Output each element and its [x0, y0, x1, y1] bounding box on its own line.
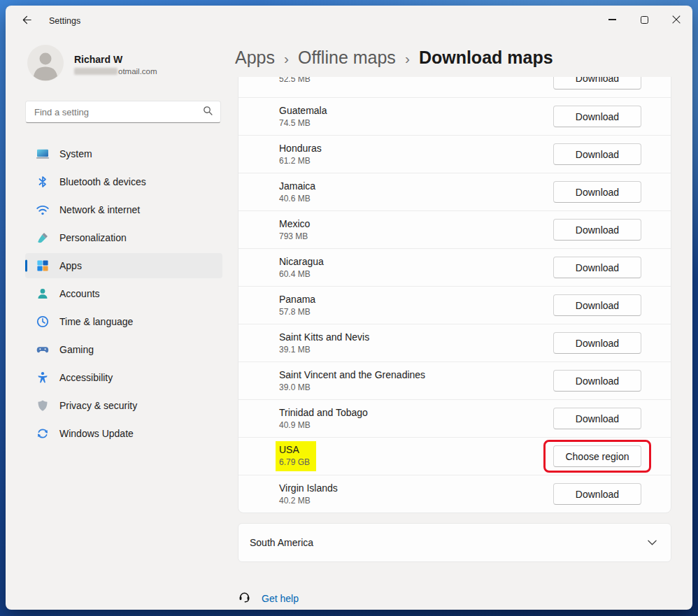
download-button[interactable]: Download: [553, 483, 641, 505]
sidebar-item-windows-update[interactable]: Windows Update: [25, 421, 222, 446]
sidebar-item-personalization[interactable]: Personalization: [25, 225, 222, 250]
minimize-button[interactable]: [596, 6, 628, 34]
sidebar-item-system[interactable]: System: [25, 141, 222, 166]
back-arrow-icon: [22, 15, 32, 28]
map-row: Mexico 793 MB Download: [238, 210, 671, 248]
button-wrap: Download: [553, 143, 641, 165]
country-name: Saint Kitts and Nevis: [279, 331, 369, 343]
country-name: Panama: [279, 293, 315, 306]
sidebar-item-label: Apps: [59, 260, 82, 271]
windows-update-icon: [36, 427, 50, 440]
main-content: Apps›Offline maps›Download maps 52.5 MB …: [235, 36, 692, 610]
apps-icon: [36, 259, 50, 273]
button-wrap: Download: [553, 370, 641, 392]
country-name: Honduras: [279, 142, 322, 155]
sidebar-item-privacy-security[interactable]: Privacy & security: [25, 393, 222, 418]
map-size: 40.6 MB: [279, 194, 315, 204]
sidebar-item-gaming[interactable]: Gaming: [25, 337, 222, 362]
minimize-icon: [608, 19, 616, 20]
download-button[interactable]: Download: [553, 332, 641, 354]
window-title: Settings: [49, 16, 80, 26]
download-button[interactable]: Download: [553, 408, 641, 429]
sidebar-item-label: Time & language: [59, 316, 133, 327]
sidebar-item-accessibility[interactable]: Accessibility: [25, 365, 222, 390]
sidebar-item-accounts[interactable]: Accounts: [25, 281, 222, 306]
map-size: 57.8 MB: [279, 307, 315, 317]
sidebar-item-label: Privacy & security: [59, 400, 137, 411]
download-button[interactable]: Download: [553, 370, 641, 392]
get-help-section: Get help: [238, 590, 671, 606]
button-wrap: Download: [553, 408, 641, 429]
map-row: Saint Vincent and the Grenadines 39.0 MB…: [238, 361, 671, 399]
button-wrap: Download: [553, 77, 641, 89]
map-size: 61.2 MB: [279, 156, 322, 166]
map-download-list: 52.5 MB Download Guatemala 74.5 MB Downl…: [238, 77, 671, 513]
map-row: USA 6.79 GB Choose region: [238, 437, 671, 475]
get-help-link[interactable]: Get help: [262, 593, 299, 604]
profile[interactable]: Richard W otmail.com: [27, 45, 231, 84]
expander-south-america[interactable]: South America: [238, 523, 671, 562]
map-size: 74.5 MB: [279, 118, 327, 129]
map-size: 39.1 MB: [279, 345, 369, 355]
sidebar-item-time-language[interactable]: Time & language: [25, 309, 222, 334]
sidebar-item-label: Personalization: [59, 232, 127, 243]
sidebar-item-bluetooth-devices[interactable]: Bluetooth & devices: [25, 169, 222, 194]
breadcrumb-item-apps[interactable]: Apps: [235, 48, 275, 68]
map-row: Honduras 61.2 MB Download: [238, 135, 671, 173]
button-wrap: Download: [553, 181, 641, 203]
choose-region-button[interactable]: Choose region: [553, 445, 641, 467]
breadcrumb-separator: ›: [284, 49, 289, 67]
profile-name: Richard W: [74, 54, 157, 65]
profile-email: otmail.com: [74, 67, 157, 76]
download-button[interactable]: Download: [553, 181, 641, 203]
search-input[interactable]: [34, 107, 203, 117]
expander-label: South America: [250, 537, 313, 548]
sidebar-item-label: Gaming: [59, 344, 94, 355]
map-size: 60.4 MB: [279, 269, 324, 280]
breadcrumb-item-offline-maps[interactable]: Offline maps: [298, 48, 396, 68]
map-row: Jamaica 40.6 MB Download: [238, 173, 671, 210]
sidebar-item-label: System: [59, 148, 92, 159]
bluetooth-icon: [36, 175, 50, 189]
button-wrap: Download: [553, 219, 641, 241]
maximize-button[interactable]: [628, 6, 660, 34]
map-row: Virgin Islands 40.2 MB Download: [238, 475, 671, 513]
sidebar-item-label: Accounts: [59, 288, 100, 299]
close-button[interactable]: [660, 6, 692, 34]
country-name: Nicaragua: [279, 255, 324, 268]
country-name: Trinidad and Tobago: [279, 406, 368, 419]
back-button[interactable]: [14, 10, 39, 32]
search-box: [25, 101, 221, 123]
country-name: Virgin Islands: [279, 482, 338, 494]
privacy-security-icon: [36, 399, 50, 413]
map-size: 39.0 MB: [279, 382, 425, 393]
sidebar-item-label: Bluetooth & devices: [59, 176, 146, 187]
sidebar-item-apps[interactable]: Apps: [25, 253, 222, 278]
personalization-icon: [36, 231, 50, 245]
button-wrap: Download: [553, 294, 641, 316]
country-name: Saint Vincent and the Grenadines: [279, 368, 425, 381]
map-row: Trinidad and Tobago 40.9 MB Download: [238, 399, 671, 437]
download-button[interactable]: Download: [553, 257, 641, 278]
sidebar-item-label: Windows Update: [59, 428, 134, 439]
button-wrap: Download: [553, 106, 641, 127]
get-help-icon: [238, 590, 251, 606]
button-wrap: Choose region: [543, 440, 651, 473]
breadcrumb-separator: ›: [405, 49, 410, 67]
sidebar-nav: System Bluetooth & devices Network & int…: [25, 141, 222, 446]
network-icon: [36, 203, 50, 217]
download-button[interactable]: Download: [553, 219, 641, 241]
sidebar: Richard W otmail.com System Bluetooth & …: [6, 36, 231, 610]
time-language-icon: [36, 315, 50, 329]
download-button[interactable]: Download: [553, 77, 641, 89]
redacted-email-part: [74, 68, 117, 75]
download-button[interactable]: Download: [553, 294, 641, 316]
settings-window: Settings Richard W otmail.com: [6, 6, 692, 610]
map-size: 40.2 MB: [279, 496, 338, 506]
sidebar-item-network-internet[interactable]: Network & internet: [25, 197, 222, 222]
download-button[interactable]: Download: [553, 143, 641, 165]
maximize-icon: [641, 16, 648, 24]
scroll-viewport[interactable]: 52.5 MB Download Guatemala 74.5 MB Downl…: [238, 77, 671, 610]
map-size: 40.9 MB: [279, 420, 368, 431]
download-button[interactable]: Download: [553, 106, 641, 127]
